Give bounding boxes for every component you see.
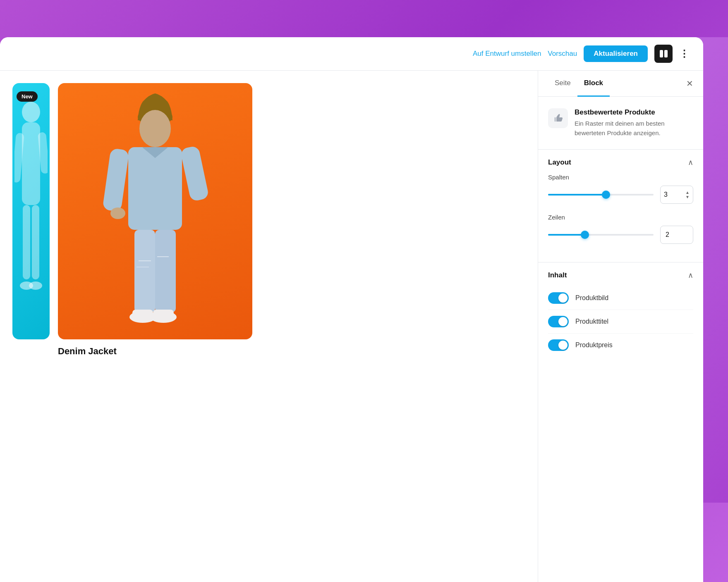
tab-seite[interactable]: Seite (548, 71, 577, 97)
produktbild-toggle-thumb (558, 293, 568, 303)
svg-rect-12 (180, 146, 209, 202)
person-svg-teal (14, 87, 48, 335)
svg-rect-1 (22, 122, 40, 205)
produktbild-label: Produktbild (575, 294, 608, 302)
inhalt-controls: Produktbild Produkttitel Pro (538, 286, 703, 357)
product-info: Denim Jacket (58, 346, 252, 357)
spalten-number-input[interactable]: 3 ▲ ▼ (660, 186, 693, 204)
person-svg-orange (58, 83, 252, 339)
teal-card-image: New (12, 83, 50, 339)
zeilen-slider-row: 2 (548, 226, 693, 244)
view-toggle-button[interactable] (654, 45, 673, 63)
produktpreis-row: Produktpreis (548, 334, 693, 357)
produktpreis-label: Produktpreis (575, 341, 613, 349)
update-button[interactable]: Aktualisieren (584, 45, 648, 62)
inhalt-title: Inhalt (548, 271, 567, 279)
produktpreis-toggle[interactable] (548, 339, 569, 351)
produkttitel-toggle[interactable] (548, 316, 569, 327)
tab-block[interactable]: Block (577, 71, 610, 97)
zeilen-label: Zeilen (548, 214, 693, 221)
spalten-decrement[interactable]: ▼ (685, 195, 690, 199)
zeilen-slider-thumb[interactable] (581, 231, 589, 239)
svg-point-7 (29, 281, 42, 290)
draft-button[interactable]: Auf Entwurf umstellen (473, 50, 541, 58)
svg-rect-22 (153, 310, 174, 318)
close-panel-button[interactable]: ✕ (686, 79, 693, 88)
zeilen-slider-fill (548, 234, 585, 236)
block-description: Ein Raster mit deinen am besten bewertet… (575, 119, 693, 138)
orange-card-image (58, 83, 252, 339)
svg-rect-4 (23, 205, 30, 279)
spalten-control: Spalten 3 ▲ (548, 174, 693, 204)
zeilen-slider-track (548, 234, 654, 236)
svg-rect-15 (155, 230, 176, 312)
product-card-partial: New (12, 83, 50, 339)
block-icon (548, 108, 568, 128)
svg-point-13 (110, 208, 125, 219)
spalten-slider-fill (548, 194, 606, 196)
inhalt-section: Inhalt ∧ Produktbild (538, 262, 703, 357)
spalten-increment[interactable]: ▲ (685, 191, 690, 195)
view-columns-icon (660, 50, 668, 57)
new-badge: New (17, 91, 38, 102)
spalten-slider-wrapper[interactable] (548, 191, 654, 199)
block-info-section: Bestbewertete Produkte Ein Raster mit de… (538, 97, 703, 150)
preview-button[interactable]: Vorschau (548, 50, 577, 58)
spalten-slider-thumb[interactable] (602, 191, 610, 199)
main-container: Auf Entwurf umstellen Vorschau Aktualisi… (0, 37, 703, 582)
svg-rect-14 (134, 230, 155, 312)
produkttitel-toggle-thumb (558, 317, 568, 326)
svg-rect-21 (132, 310, 153, 318)
person-silhouette-teal (12, 83, 50, 339)
svg-point-9 (139, 110, 171, 147)
produkttitel-row: Produkttitel (548, 310, 693, 334)
zeilen-value: 2 (666, 231, 669, 239)
spalten-label: Spalten (548, 174, 693, 181)
zeilen-slider-wrapper[interactable] (548, 231, 654, 239)
layout-chevron-icon[interactable]: ∧ (688, 158, 693, 167)
spalten-spinner[interactable]: ▲ ▼ (685, 191, 690, 199)
spalten-value: 3 (664, 191, 668, 198)
toolbar: Auf Entwurf umstellen Vorschau Aktualisi… (0, 37, 703, 71)
product-name: Denim Jacket (58, 346, 252, 357)
layout-controls: Spalten 3 ▲ (538, 174, 703, 262)
content-area: New (0, 71, 703, 582)
layout-title: Layout (548, 158, 571, 167)
svg-rect-10 (128, 147, 182, 230)
sidebar-panel: Seite Block ✕ Bestbewertete Produkte Ein… (538, 71, 703, 582)
svg-rect-5 (32, 205, 39, 279)
produktbild-row: Produktbild (548, 286, 693, 310)
block-title: Bestbewertete Produkte (575, 108, 693, 117)
produkttitel-label: Produkttitel (575, 318, 608, 325)
thumbs-up-icon (552, 112, 564, 124)
inhalt-section-header: Inhalt ∧ (538, 262, 703, 286)
svg-rect-11 (102, 148, 129, 212)
spalten-slider-track (548, 194, 654, 196)
produktpreis-toggle-thumb (558, 341, 568, 350)
zeilen-number-input[interactable]: 2 (660, 226, 693, 244)
product-area: New (0, 71, 538, 582)
spalten-slider-row: 3 ▲ ▼ (548, 186, 693, 204)
tab-bar: Seite Block ✕ (538, 71, 703, 97)
product-grid: New (12, 83, 525, 357)
produktbild-toggle[interactable] (548, 292, 569, 304)
inhalt-chevron-icon[interactable]: ∧ (688, 271, 693, 280)
more-options-button[interactable]: ⋮ (679, 48, 690, 60)
product-card-main: Denim Jacket (58, 83, 252, 357)
block-text: Bestbewertete Produkte Ein Raster mit de… (575, 108, 693, 138)
zeilen-control: Zeilen 2 (548, 214, 693, 244)
svg-point-0 (22, 102, 40, 122)
layout-section: Layout ∧ Spalten (538, 150, 703, 262)
layout-section-header: Layout ∧ (538, 150, 703, 174)
